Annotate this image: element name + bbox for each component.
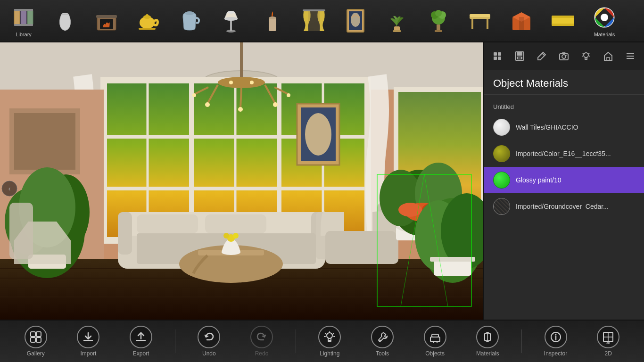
- nav-label-redo: Redo: [255, 350, 269, 357]
- material-item-1[interactable]: Imported/Color_E16__1eccf35...: [484, 140, 644, 167]
- svg-rect-36: [470, 14, 490, 17]
- svg-point-72: [229, 81, 233, 84]
- nav-item-objects[interactable]: Objects: [416, 322, 454, 360]
- viewport[interactable]: ‹: [0, 42, 483, 320]
- panel-tool-save[interactable]: [511, 47, 528, 65]
- toolbar-item-vase[interactable]: [46, 2, 84, 40]
- toolbar-item-box[interactable]: [503, 2, 540, 40]
- svg-point-73: [250, 81, 254, 84]
- svg-rect-147: [31, 332, 35, 337]
- material-item-0[interactable]: Wall Tiles/GHIACCIO: [484, 114, 644, 140]
- toolbar-item-plant1[interactable]: [378, 2, 416, 40]
- svg-rect-132: [518, 57, 521, 59]
- svg-point-69: [273, 102, 278, 107]
- plant1-icon: [384, 8, 410, 34]
- nav-item-undo[interactable]: Undo: [190, 322, 228, 360]
- toolbar-item-table[interactable]: [461, 2, 499, 40]
- separator-2: [296, 329, 296, 353]
- materials-section: Untitled Wall Tiles/GHIACCIO Imported/Co…: [484, 95, 644, 320]
- material-item-2[interactable]: Glossy paint/10: [484, 167, 644, 193]
- svg-point-100: [233, 233, 239, 239]
- toolbar-label-materials: Materials: [594, 32, 615, 37]
- svg-point-174: [555, 334, 556, 336]
- svg-rect-90: [118, 212, 132, 255]
- svg-point-13: [185, 11, 194, 15]
- svg-point-70: [192, 93, 196, 97]
- toolbar-item-lamp[interactable]: [212, 2, 250, 40]
- nav-label-undo: Undo: [202, 350, 216, 357]
- toolbar-item-fireplace[interactable]: [88, 2, 125, 40]
- svg-point-68: [238, 107, 243, 112]
- material-swatch-3: [493, 198, 510, 215]
- tools-icon: [371, 326, 394, 348]
- svg-point-135: [562, 55, 566, 58]
- svg-rect-4: [14, 24, 33, 26]
- table-icon: [467, 8, 493, 34]
- panel-tool-settings[interactable]: [488, 47, 506, 65]
- svg-rect-35: [487, 19, 488, 29]
- nav-item-tools[interactable]: Tools: [363, 322, 401, 360]
- svg-line-157: [325, 333, 326, 334]
- svg-rect-149: [31, 337, 35, 342]
- toolbar-item-curtains[interactable]: [295, 2, 333, 40]
- svg-rect-42: [552, 24, 574, 26]
- nav-item-export[interactable]: Export: [122, 322, 160, 360]
- plant2-icon: [426, 8, 452, 34]
- material-name-3: Imported/Groundcover_Cedar...: [516, 203, 609, 210]
- toolbar-item-materials[interactable]: Materials: [586, 2, 623, 40]
- inspector-icon: [545, 326, 567, 348]
- svg-rect-151: [83, 340, 93, 341]
- svg-rect-41: [552, 16, 574, 18]
- svg-rect-26: [393, 30, 401, 32]
- nav-item-gallery[interactable]: Gallery: [17, 322, 55, 360]
- nav-item-lighting[interactable]: Lighting: [311, 322, 348, 360]
- svg-rect-125: [494, 52, 497, 56]
- svg-rect-150: [36, 337, 41, 342]
- panel-tool-light[interactable]: [578, 47, 595, 65]
- objects-icon: [424, 326, 446, 348]
- svg-rect-127: [494, 57, 497, 60]
- lighting-icon: [318, 326, 341, 348]
- svg-rect-130: [517, 52, 522, 56]
- candle-icon: [260, 8, 286, 34]
- toolbar-item-plant2[interactable]: [420, 2, 457, 40]
- material-item-3[interactable]: Imported/Groundcover_Cedar...: [484, 193, 644, 220]
- panel-tool-home[interactable]: [600, 47, 617, 65]
- library-icon: [11, 5, 37, 31]
- svg-rect-20: [303, 9, 325, 11]
- svg-rect-128: [498, 57, 501, 60]
- material-name-1: Imported/Color_E16__1eccf35...: [516, 150, 611, 157]
- nav-item-materials[interactable]: Materials: [469, 322, 506, 360]
- panel-tool-list[interactable]: [622, 47, 639, 65]
- nav-item-2d[interactable]: 2D 2D: [589, 322, 627, 360]
- toolbar-item-teapot[interactable]: [129, 2, 167, 40]
- svg-point-162: [379, 340, 380, 341]
- svg-rect-153: [136, 340, 146, 341]
- toolbar-item-mat[interactable]: [544, 2, 582, 40]
- svg-point-16: [227, 11, 235, 14]
- svg-rect-93: [205, 214, 266, 233]
- nav-item-redo[interactable]: Redo: [243, 322, 281, 360]
- svg-line-140: [588, 53, 589, 54]
- svg-point-61: [218, 77, 265, 88]
- svg-point-44: [601, 14, 608, 21]
- toolbar-item-painting[interactable]: [337, 2, 374, 40]
- panel-tool-edit[interactable]: [533, 47, 550, 65]
- mat-icon: [550, 8, 576, 34]
- materials-nav-icon: [476, 326, 499, 348]
- nav-item-import[interactable]: Import: [69, 322, 107, 360]
- material-name-2: Glossy paint/10: [516, 176, 561, 184]
- nav-item-inspector[interactable]: Inspector: [537, 322, 575, 360]
- separator-1: [175, 329, 175, 353]
- gallery-icon: [25, 326, 47, 348]
- vase-icon: [52, 8, 78, 34]
- svg-rect-0: [14, 10, 20, 25]
- material-name-0: Wall Tiles/GHIACCIO: [516, 123, 578, 131]
- svg-rect-34: [471, 19, 473, 29]
- toolbar-item-jug[interactable]: [171, 2, 208, 40]
- lamp-icon: [218, 8, 244, 34]
- panel-tool-camera[interactable]: [555, 47, 572, 65]
- toolbar-item-library[interactable]: Library: [5, 2, 42, 40]
- toolbar-item-candle[interactable]: [254, 2, 291, 40]
- panel-title: Object Materials: [484, 70, 644, 95]
